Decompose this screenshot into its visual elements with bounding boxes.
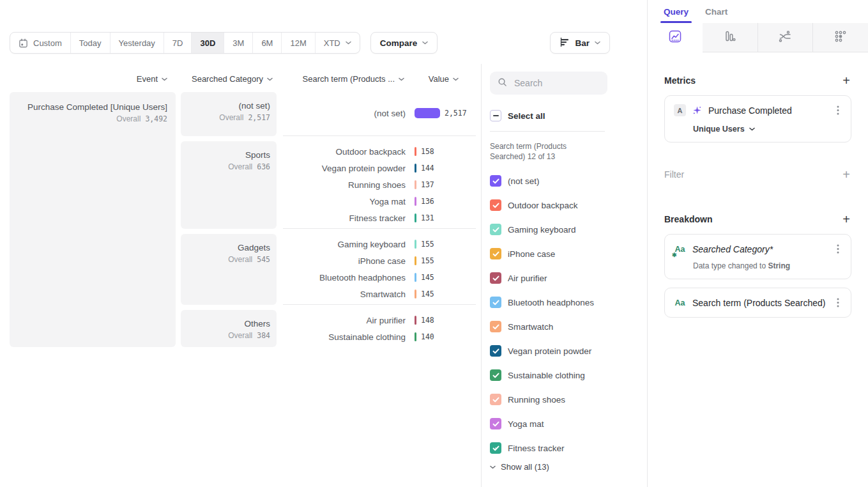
category-cell-not-set[interactable]: (not set)Overall2,517 bbox=[181, 92, 277, 136]
date-range-7d[interactable]: 7D bbox=[164, 33, 192, 53]
date-range-label: XTD bbox=[324, 38, 340, 48]
legend-checkbox[interactable] bbox=[490, 442, 501, 454]
date-range-30d[interactable]: 30D bbox=[192, 33, 224, 53]
legend-item-label: iPhone case bbox=[508, 249, 555, 259]
column-header-event[interactable]: Event bbox=[137, 74, 167, 84]
add-filter-button[interactable]: + bbox=[841, 168, 851, 181]
category-cell-others[interactable]: OthersOverall384 bbox=[181, 310, 277, 347]
select-all-label: Select all bbox=[508, 111, 545, 121]
legend-item-yoga-mat[interactable]: Yoga mat bbox=[490, 412, 647, 436]
table-row-smartwatch[interactable]: Smartwatch145 bbox=[283, 286, 476, 302]
value-bar bbox=[415, 332, 416, 341]
value-bar bbox=[415, 197, 416, 206]
legend-checkbox[interactable] bbox=[490, 418, 501, 429]
compare-button[interactable]: Compare bbox=[370, 32, 438, 54]
date-range-3m[interactable]: 3M bbox=[224, 33, 253, 53]
table-row-not-set[interactable]: (not set)2,517 bbox=[283, 105, 476, 121]
date-range-6m[interactable]: 6M bbox=[253, 33, 282, 53]
column-header-value[interactable]: Value bbox=[429, 74, 459, 84]
chart-type-selector[interactable]: Bar bbox=[550, 32, 610, 54]
date-range-12m[interactable]: 12M bbox=[282, 33, 315, 53]
legend-checkbox[interactable] bbox=[490, 175, 501, 187]
table-row-bluetooth-headphones[interactable]: Bluetooth headphones145 bbox=[283, 269, 476, 286]
term-label: Vegan protein powder bbox=[283, 164, 406, 173]
date-range-label: 7D bbox=[172, 38, 183, 48]
column-header-searched-category[interactable]: Searched Category bbox=[192, 74, 273, 84]
term-label: iPhone case bbox=[283, 256, 406, 266]
breakdown-card-searched-category[interactable]: Aa✱ Searched Category* Data type changed… bbox=[664, 234, 851, 279]
metric-card[interactable]: A Purchase Completed Unique Users bbox=[664, 95, 851, 143]
legend-item-gaming-keyboard[interactable]: Gaming keyboard bbox=[490, 217, 647, 242]
legend-item-outdoor-backpack[interactable]: Outdoor backpack bbox=[490, 193, 647, 217]
table-row-running-shoes[interactable]: Running shoes137 bbox=[283, 176, 476, 193]
term-label: Sustainable clothing bbox=[283, 332, 406, 342]
breakdown-menu-kebab-icon[interactable] bbox=[834, 243, 842, 255]
select-all-checkbox[interactable] bbox=[490, 110, 501, 121]
legend-item-air-purifier[interactable]: Air purifier bbox=[490, 266, 647, 290]
date-range-xtd[interactable]: XTD bbox=[316, 33, 360, 53]
table-row-sustainable-clothing[interactable]: Sustainable clothing140 bbox=[283, 329, 476, 345]
legend-checkbox[interactable] bbox=[490, 369, 501, 381]
metric-letter-badge: A bbox=[674, 104, 686, 116]
legend-item-vegan-protein-powder[interactable]: Vegan protein powder bbox=[490, 339, 647, 363]
date-range-today[interactable]: Today bbox=[71, 33, 110, 53]
view-tab-retention[interactable] bbox=[812, 23, 868, 52]
tab-chart[interactable]: Chart bbox=[705, 0, 727, 23]
legend-checkbox[interactable] bbox=[490, 224, 501, 235]
legend-checkbox[interactable] bbox=[490, 199, 501, 211]
date-range-custom[interactable]: Custom bbox=[10, 33, 71, 53]
table-row-fitness-tracker[interactable]: Fitness tracker131 bbox=[283, 210, 476, 226]
legend-checkbox[interactable] bbox=[490, 345, 501, 357]
view-tab-insights[interactable] bbox=[648, 23, 703, 52]
table-header-row: Event Searched Category Search term (Pro… bbox=[0, 64, 481, 92]
value-bar bbox=[415, 316, 416, 325]
legend-checkbox[interactable] bbox=[490, 394, 501, 405]
legend-item-sustainable-clothing[interactable]: Sustainable clothing bbox=[490, 363, 647, 387]
legend-item-smartwatch[interactable]: Smartwatch bbox=[490, 314, 647, 339]
category-cell-sports[interactable]: SportsOverall636 bbox=[181, 141, 277, 229]
legend-checkbox[interactable] bbox=[490, 297, 501, 308]
value-label: 148 bbox=[421, 316, 434, 325]
legend-search-input[interactable] bbox=[513, 77, 600, 89]
bar-chart-icon bbox=[723, 29, 737, 46]
add-breakdown-button[interactable]: + bbox=[841, 213, 851, 226]
table-row-gaming-keyboard[interactable]: Gaming keyboard155 bbox=[283, 236, 476, 252]
table-row-iphone-case[interactable]: iPhone case155 bbox=[283, 252, 476, 269]
tab-query[interactable]: Query bbox=[664, 0, 689, 23]
table-row-yoga-mat[interactable]: Yoga mat136 bbox=[283, 193, 476, 210]
column-header-search-term[interactable]: Search term (Products ... bbox=[303, 74, 405, 84]
metric-menu-kebab-icon[interactable] bbox=[834, 104, 842, 116]
value-label: 155 bbox=[421, 240, 434, 249]
legend-item-running-shoes[interactable]: Running shoes bbox=[490, 387, 647, 412]
metrics-section-title: Metrics bbox=[664, 75, 696, 86]
chevron-down-icon bbox=[162, 77, 167, 81]
date-range-label: 6M bbox=[261, 38, 273, 48]
event-cell[interactable]: Purchase Completed [Unique Users] Overal… bbox=[10, 92, 176, 347]
legend-item-iphone-case[interactable]: iPhone case bbox=[490, 242, 647, 266]
date-range-label: Today bbox=[79, 38, 102, 48]
view-tab-flows[interactable] bbox=[758, 23, 813, 52]
legend-checkbox[interactable] bbox=[490, 248, 501, 259]
metric-name: Purchase Completed bbox=[708, 105, 828, 116]
legend-item-label: Smartwatch bbox=[508, 322, 553, 332]
legend-item-fitness-tracker[interactable]: Fitness tracker bbox=[490, 436, 647, 460]
legend-item-bluetooth-headphones[interactable]: Bluetooth headphones bbox=[490, 290, 647, 314]
category-name: Sports bbox=[187, 150, 270, 160]
add-metric-button[interactable]: + bbox=[841, 74, 851, 87]
view-tab-bar-chart[interactable] bbox=[703, 23, 758, 52]
select-all-row[interactable]: Select all bbox=[490, 108, 647, 123]
breakdown-property-name: Searched Category* bbox=[692, 244, 828, 254]
date-range-yesterday[interactable]: Yesterday bbox=[110, 33, 164, 53]
table-row-vegan-protein-powder[interactable]: Vegan protein powder144 bbox=[283, 160, 476, 176]
legend-item-not-set[interactable]: (not set) bbox=[490, 169, 647, 193]
measure-selector[interactable]: Unique Users bbox=[693, 125, 842, 134]
legend-checkbox[interactable] bbox=[490, 272, 501, 284]
table-row-outdoor-backpack[interactable]: Outdoor backpack158 bbox=[283, 143, 476, 160]
table-row-air-purifier[interactable]: Air purifier148 bbox=[283, 312, 476, 329]
breakdown-menu-kebab-icon[interactable] bbox=[834, 297, 842, 309]
date-range-label: 30D bbox=[200, 38, 215, 48]
show-all-toggle[interactable]: Show all (13) bbox=[490, 462, 647, 472]
category-cell-gadgets[interactable]: GadgetsOverall545 bbox=[181, 234, 277, 305]
breakdown-card-search-term[interactable]: Aa Search term (Products Searched) bbox=[664, 288, 851, 318]
legend-checkbox[interactable] bbox=[490, 321, 501, 332]
